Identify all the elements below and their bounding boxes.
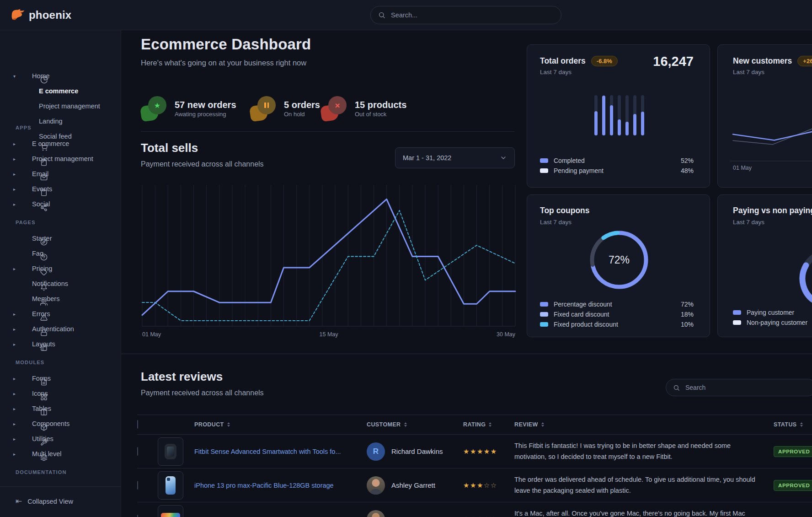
series-previous bbox=[142, 210, 515, 321]
product-thumbnail bbox=[158, 471, 183, 500]
product-thumbnail bbox=[158, 437, 183, 466]
sidebar-subitem-landing[interactable]: Landing bbox=[39, 115, 63, 127]
caret-right-icon: ▸ bbox=[13, 391, 19, 396]
avatar bbox=[367, 476, 385, 495]
sidebar-item-authentication[interactable]: ▸Authentication bbox=[0, 323, 121, 335]
card-period: Last 7 days bbox=[540, 219, 572, 226]
sidebar-item-home[interactable]: ▾Home bbox=[0, 70, 121, 82]
review-text: It's a Mac, after all. Once you've gone … bbox=[514, 508, 774, 517]
order-bar bbox=[594, 95, 598, 135]
sort-icon bbox=[404, 422, 407, 427]
chevron-down-icon bbox=[500, 154, 507, 162]
latest-reviews-section: Latest reviews Payment received across a… bbox=[121, 354, 812, 517]
global-search[interactable] bbox=[370, 6, 561, 24]
sidebar-item-forms[interactable]: ▸Forms bbox=[0, 372, 121, 385]
delta-badge: -6.8% bbox=[591, 56, 618, 66]
latest-reviews-subtitle: Payment received across all channels bbox=[141, 389, 264, 397]
legend-swatch bbox=[540, 312, 548, 317]
rating-stars: ★★★☆☆ bbox=[463, 481, 514, 490]
sidebar-item-layouts[interactable]: ▸Layouts bbox=[0, 338, 121, 350]
date-range-value: Mar 1 - 31, 2022 bbox=[403, 154, 451, 162]
legend-item: Completed52% bbox=[540, 156, 694, 166]
review-text: This Fitbit is fantastic! I was trying t… bbox=[514, 441, 774, 462]
svg-text:01 May: 01 May bbox=[142, 331, 161, 338]
legend-swatch bbox=[540, 302, 548, 307]
search-icon bbox=[378, 11, 385, 19]
sidebar-item-social[interactable]: ▸Social bbox=[0, 198, 121, 210]
sort-icon bbox=[227, 422, 230, 427]
caret-right-icon: ▸ bbox=[13, 376, 19, 381]
sidebar-item-project-management[interactable]: ▸Project management bbox=[0, 152, 121, 165]
sidebar-item-utilities[interactable]: ▸Utilities bbox=[0, 432, 121, 445]
caret-right-icon: ▸ bbox=[13, 141, 19, 146]
top-navbar: phoenix bbox=[0, 0, 812, 30]
stat-awating-processing: ★57 new ordersAwating processing bbox=[141, 94, 236, 123]
sidebar-group-label: APPS bbox=[16, 125, 32, 130]
product-thumbnail bbox=[158, 505, 183, 517]
sidebar-item-events[interactable]: ▸Events bbox=[0, 183, 121, 195]
sidebar-item-email[interactable]: ▸Email bbox=[0, 167, 121, 180]
avatar bbox=[367, 510, 385, 517]
caret-right-icon: ▸ bbox=[13, 156, 19, 162]
table-row: iPhone 13 pro max-Pacific Blue-128GB sto… bbox=[137, 469, 812, 502]
select-all-checkbox[interactable] bbox=[137, 420, 138, 429]
legend-item: Pending payment48% bbox=[540, 166, 694, 176]
legend-swatch bbox=[540, 322, 548, 327]
sidebar-item-notifications[interactable]: Notifications bbox=[0, 277, 121, 290]
column-header-product[interactable]: PRODUCT bbox=[194, 421, 367, 428]
sidebar-item-multi-level[interactable]: ▸Multi level bbox=[0, 447, 121, 460]
collapse-view-button[interactable]: ⇤ Collapsed View bbox=[13, 496, 76, 506]
sidebar-item-members[interactable]: Members bbox=[0, 292, 121, 305]
sidebar-group-label: DOCUMENTATION bbox=[16, 469, 67, 475]
caret-right-icon: ▸ bbox=[13, 436, 19, 442]
sidebar-item-pricing[interactable]: ▸Pricing bbox=[0, 262, 121, 275]
row-checkbox[interactable] bbox=[137, 447, 138, 456]
legend-swatch bbox=[733, 320, 741, 325]
donut-center-value: 72% bbox=[585, 226, 653, 294]
caret-right-icon: ▸ bbox=[13, 266, 19, 271]
column-header-customer[interactable]: CUSTOMER bbox=[367, 421, 463, 428]
customer-name: Richard Dawkins bbox=[391, 447, 443, 455]
row-checkbox[interactable] bbox=[137, 481, 138, 490]
table-row: ☆☆☆☆☆It's a Mac, after all. Once you've … bbox=[137, 502, 812, 517]
card-title: Top coupons bbox=[540, 206, 590, 215]
new-customers-card: New customers +26.5% Last 7 days 01 May bbox=[717, 44, 812, 188]
column-header-status[interactable]: STATUS bbox=[774, 421, 812, 428]
column-header-rating[interactable]: RATING bbox=[463, 421, 514, 428]
sidebar-item-e-commerce[interactable]: ▸E commerce bbox=[0, 137, 121, 150]
legend-swatch bbox=[733, 310, 741, 315]
column-header-review[interactable]: REVIEW bbox=[514, 421, 774, 428]
sidebar-item-starter[interactable]: Starter bbox=[0, 232, 121, 245]
reviews-search[interactable] bbox=[666, 379, 812, 396]
product-link[interactable]: iPhone 13 pro max-Pacific Blue-128GB sto… bbox=[194, 482, 334, 489]
svg-text:01 May: 01 May bbox=[733, 165, 752, 171]
order-bar bbox=[618, 95, 621, 135]
order-bar bbox=[625, 95, 629, 135]
sidebar-item-errors[interactable]: ▸Errors bbox=[0, 307, 121, 320]
brand[interactable]: phoenix bbox=[11, 9, 71, 22]
row-checkbox[interactable] bbox=[137, 515, 138, 517]
total-sells-subtitle: Payment received across all channels bbox=[141, 160, 264, 168]
order-bar bbox=[641, 95, 644, 135]
stat-out-of-stock: ×15 productsOut of stock bbox=[321, 94, 406, 123]
search-icon bbox=[673, 384, 680, 391]
legend-item: Paying customer bbox=[733, 307, 812, 318]
product-link[interactable]: Fitbit Sense Advanced Smartwatch with To… bbox=[194, 448, 341, 455]
total-sells-title: Total sells bbox=[141, 141, 198, 155]
sidebar-item-icons[interactable]: ▸Icons bbox=[0, 387, 121, 400]
collapse-left-icon: ⇤ bbox=[16, 496, 22, 506]
sidebar-subitem-project-management[interactable]: Project management bbox=[39, 100, 100, 112]
sidebar-item-faq[interactable]: Faq bbox=[0, 247, 121, 260]
sidebar-subitem-e-commerce[interactable]: E commerce bbox=[39, 85, 78, 97]
star-icon: ★ bbox=[154, 101, 160, 110]
legend-item: Fixed product discount10% bbox=[540, 319, 694, 329]
reviews-search-input[interactable] bbox=[684, 383, 809, 392]
date-range-select[interactable]: Mar 1 - 31, 2022 bbox=[395, 147, 515, 168]
sidebar-item-tables[interactable]: ▸Tables bbox=[0, 402, 121, 415]
page-subtitle: Here's what's going on at your business … bbox=[141, 59, 306, 67]
search-icon bbox=[673, 384, 680, 391]
legend-item: Fixed card discount18% bbox=[540, 309, 694, 319]
global-search-input[interactable] bbox=[390, 11, 554, 19]
chevron-down-icon bbox=[500, 154, 507, 162]
sidebar-item-components[interactable]: ▸Components bbox=[0, 417, 121, 430]
